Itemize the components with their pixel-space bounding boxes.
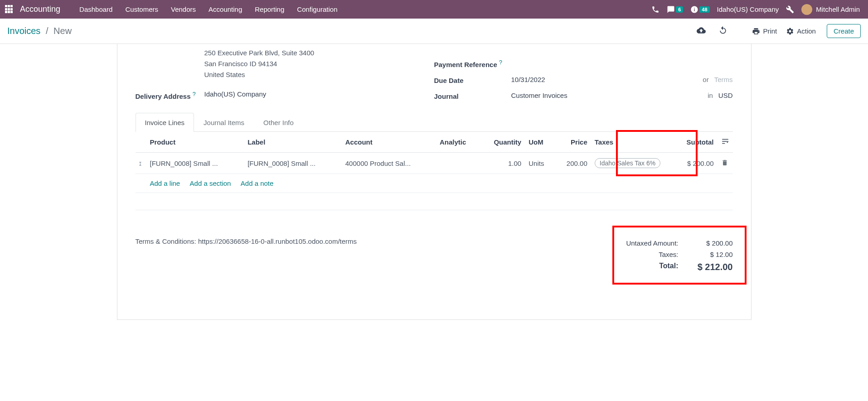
cell-account[interactable]: 400000 Product Sal... xyxy=(342,153,436,174)
delete-row-icon[interactable] xyxy=(718,153,733,174)
top-navbar: Accounting Dashboard Customers Vendors A… xyxy=(0,0,868,19)
tab-journal-items[interactable]: Journal Items xyxy=(194,113,254,132)
grand-total-label: Total: xyxy=(606,262,679,272)
user-menu[interactable]: Mitchell Admin xyxy=(798,4,863,15)
address-line-1: 250 Executive Park Blvd, Suite 3400 xyxy=(204,48,434,58)
cell-taxes[interactable]: Idaho Sales Tax 6% xyxy=(591,153,673,174)
tools-icon[interactable] xyxy=(782,5,798,14)
tax-tag[interactable]: Idaho Sales Tax 6% xyxy=(595,158,661,168)
form-sheet: 250 Executive Park Blvd, Suite 3400 San … xyxy=(117,44,752,320)
invoice-lines-table: Product Label Account Analytic Quantity … xyxy=(136,132,733,210)
untaxed-label: Untaxed Amount: xyxy=(606,239,679,247)
address-line-3: United States xyxy=(204,69,434,80)
th-subtotal[interactable]: Subtotal xyxy=(673,132,718,153)
tab-invoice-lines[interactable]: Invoice Lines xyxy=(136,113,194,132)
control-panel: Invoices / New Print Action Create xyxy=(0,19,868,44)
messages-icon[interactable]: 6 xyxy=(663,5,687,14)
column-settings-icon[interactable] xyxy=(718,132,733,153)
add-section-link[interactable]: Add a section xyxy=(190,179,231,187)
nav-accounting[interactable]: Accounting xyxy=(202,5,248,13)
activities-icon[interactable]: 48 xyxy=(687,5,713,14)
th-label[interactable]: Label xyxy=(244,132,342,153)
th-quantity[interactable]: Quantity xyxy=(480,132,525,153)
print-button[interactable]: Print xyxy=(747,24,781,38)
help-icon[interactable]: ? xyxy=(499,59,502,66)
breadcrumb: Invoices / New xyxy=(7,26,72,36)
delivery-address-value[interactable]: Idaho(US) Company xyxy=(204,90,434,98)
nav-configuration[interactable]: Configuration xyxy=(291,5,344,13)
journal-label: Journal xyxy=(434,92,511,100)
th-uom[interactable]: UoM xyxy=(525,132,554,153)
help-icon[interactable]: ? xyxy=(193,91,196,97)
cell-label[interactable]: [FURN_0008] Small ... xyxy=(244,153,342,174)
th-analytic[interactable]: Analytic xyxy=(436,132,480,153)
terms-field[interactable]: Terms xyxy=(714,76,733,83)
table-row[interactable]: [FURN_0008] Small ... [FURN_0008] Small … xyxy=(136,153,733,174)
nav-dashboard[interactable]: Dashboard xyxy=(73,5,119,13)
cell-analytic[interactable] xyxy=(436,153,480,174)
th-product[interactable]: Product xyxy=(146,132,244,153)
address-line-2: San Francisco ID 94134 xyxy=(204,58,434,69)
nav-reporting[interactable]: Reporting xyxy=(248,5,291,13)
nav-vendors[interactable]: Vendors xyxy=(165,5,202,13)
grand-total-value: $ 212.00 xyxy=(679,262,733,272)
untaxed-value: $ 200.00 xyxy=(679,239,733,247)
tabs: Invoice Lines Journal Items Other Info xyxy=(136,113,733,132)
cell-quantity[interactable]: 1.00 xyxy=(480,153,525,174)
taxes-total-label: Taxes: xyxy=(606,251,679,258)
nav-customers[interactable]: Customers xyxy=(119,5,165,13)
activities-badge: 48 xyxy=(699,6,709,13)
drag-handle-icon[interactable] xyxy=(136,153,146,174)
currency-value[interactable]: USD xyxy=(718,92,733,99)
apps-icon[interactable] xyxy=(5,5,14,14)
due-date-value[interactable]: 10/31/2022 xyxy=(511,76,545,83)
cell-uom[interactable]: Units xyxy=(525,153,554,174)
payment-reference-label: Payment Reference ? xyxy=(434,58,511,68)
breadcrumb-current: New xyxy=(53,26,72,36)
messages-badge: 6 xyxy=(676,6,683,13)
tab-other-info[interactable]: Other Info xyxy=(254,113,303,132)
voip-icon[interactable] xyxy=(648,5,663,14)
cloud-save-icon[interactable] xyxy=(690,23,712,39)
due-date-label: Due Date xyxy=(434,76,511,84)
user-name: Mitchell Admin xyxy=(816,5,860,13)
journal-value[interactable]: Customer Invoices xyxy=(511,92,567,99)
action-button[interactable]: Action xyxy=(781,24,820,38)
terms-conditions[interactable]: Terms & Conditions: https://20636658-16-… xyxy=(136,237,606,274)
cell-subtotal: $ 200.00 xyxy=(673,153,718,174)
add-note-link[interactable]: Add a note xyxy=(241,179,274,187)
cell-product[interactable]: [FURN_0008] Small ... xyxy=(146,153,244,174)
app-brand[interactable]: Accounting xyxy=(20,5,60,14)
th-account[interactable]: Account xyxy=(342,132,436,153)
avatar xyxy=(801,4,812,15)
cell-price[interactable]: 200.00 xyxy=(554,153,591,174)
company-selector[interactable]: Idaho(US) Company xyxy=(713,5,783,13)
add-line-link[interactable]: Add a line xyxy=(150,179,180,187)
th-price[interactable]: Price xyxy=(554,132,591,153)
totals-panel: Untaxed Amount: $ 200.00 Taxes: $ 12.00 … xyxy=(606,237,733,274)
form-viewport: 250 Executive Park Blvd, Suite 3400 San … xyxy=(0,44,868,401)
delivery-address-label: Delivery Address ? xyxy=(136,90,204,100)
taxes-total-value: $ 12.00 xyxy=(679,251,733,258)
create-button[interactable]: Create xyxy=(827,24,861,38)
breadcrumb-root[interactable]: Invoices xyxy=(7,26,40,36)
th-taxes[interactable]: Taxes xyxy=(591,132,673,153)
discard-icon[interactable] xyxy=(712,23,734,39)
